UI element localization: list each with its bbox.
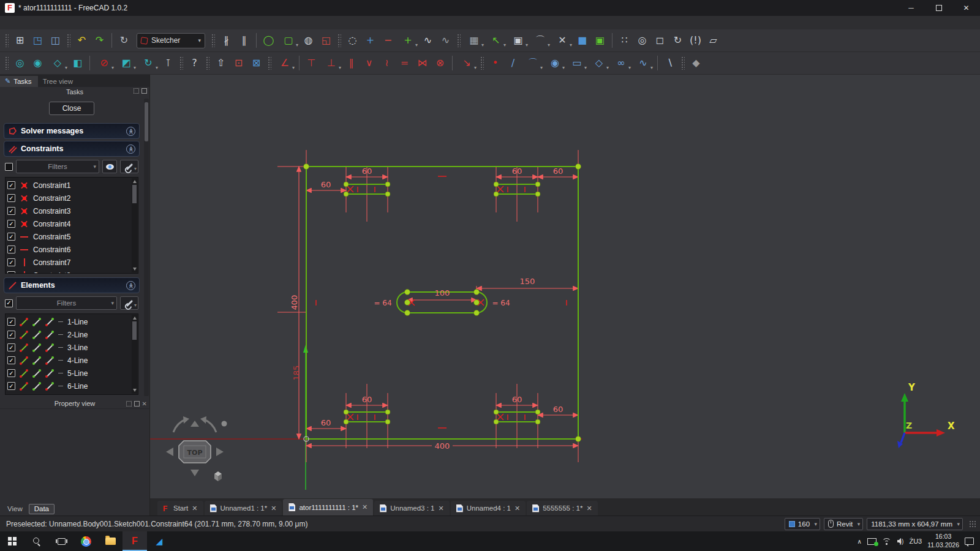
constraint-row[interactable]: ✓ Constraint6 bbox=[7, 243, 132, 256]
bspline-increase-degree-button[interactable]: + bbox=[362, 32, 379, 49]
extrude-button[interactable]: ■ bbox=[574, 32, 590, 49]
menu-macro[interactable] bbox=[48, 21, 59, 24]
tab-unnamed3[interactable]: Unnamed3 : 1 ✕ bbox=[374, 501, 449, 515]
elements-filter-combo[interactable]: Filters bbox=[16, 296, 117, 310]
map-sketch-button[interactable]: ∥ bbox=[236, 32, 252, 49]
menu-tools[interactable] bbox=[37, 21, 48, 24]
element-checkbox[interactable]: ✓ bbox=[7, 343, 15, 351]
trim-edge-button[interactable]: ✕ bbox=[552, 32, 573, 49]
toolbar-grip[interactable] bbox=[457, 34, 461, 47]
constraint-checkbox[interactable]: ✓ bbox=[7, 233, 15, 241]
toolbar-grip[interactable] bbox=[480, 56, 484, 70]
carbon-copy-button[interactable]: ◱ bbox=[318, 32, 334, 49]
dimension-button[interactable]: ↘ bbox=[456, 54, 477, 72]
constraint-checkbox[interactable]: ✓ bbox=[7, 181, 15, 189]
tab-unnamed4[interactable]: Unnamed4 : 1 ✕ bbox=[451, 501, 526, 515]
stop-operation-button[interactable]: ▱ bbox=[705, 32, 722, 49]
elements-filter-checkbox[interactable]: ✓ bbox=[5, 299, 13, 307]
taskbar-freecad-button[interactable]: F bbox=[123, 531, 147, 551]
select-elements-button[interactable]: ◻ bbox=[652, 32, 668, 49]
open-document-button[interactable]: ◳ bbox=[29, 32, 46, 49]
element-checkbox[interactable]: ✓ bbox=[7, 382, 15, 390]
bspline-insert-knot-button[interactable]: + bbox=[398, 32, 418, 49]
constraint-checkbox[interactable]: ✓ bbox=[7, 194, 15, 202]
maximize-button[interactable] bbox=[925, 0, 952, 16]
whats-this-button[interactable]: ? bbox=[186, 54, 203, 72]
redo-button[interactable]: ↷ bbox=[91, 32, 108, 49]
constraint-checkbox[interactable]: ✓ bbox=[7, 220, 15, 228]
taskbar-explorer-button[interactable] bbox=[98, 531, 123, 551]
float-panel-icon[interactable] bbox=[126, 401, 132, 407]
save-button[interactable]: ◫ bbox=[47, 32, 64, 49]
create-circle-geometry-button[interactable]: ◉ bbox=[545, 54, 565, 72]
dimension-lines[interactable] bbox=[299, 167, 578, 439]
start-button[interactable] bbox=[0, 531, 24, 551]
fit-all-button[interactable]: ◎ bbox=[12, 54, 28, 72]
display-status-icon[interactable] bbox=[867, 538, 876, 545]
sketch-drawing[interactable]: 60 60 60 60 60 60 60 60 100 150 = 64 = 6… bbox=[150, 75, 980, 498]
tab-ator[interactable]: ator1111111111 : 1* ✕ bbox=[283, 499, 373, 515]
constraints-scrollbar[interactable] bbox=[132, 178, 137, 272]
create-rectangle-geometry-button[interactable]: ▭ bbox=[567, 54, 587, 72]
measure-button[interactable]: ⊺ bbox=[160, 54, 176, 72]
constraint-checkbox[interactable]: ✓ bbox=[7, 207, 15, 215]
mini-cube-icon[interactable] bbox=[214, 471, 222, 481]
solver-messages-header[interactable]: Solver messages ≪ bbox=[4, 123, 140, 139]
element-checkbox[interactable]: ✓ bbox=[7, 318, 15, 326]
constraint-row[interactable]: ✓ Constraint2 bbox=[7, 192, 132, 204]
merge-sketches-button[interactable]: ▣ bbox=[592, 32, 608, 49]
elements-scrollbar[interactable] bbox=[132, 315, 137, 394]
constraint-coincident-button[interactable]: ∷ bbox=[616, 32, 633, 49]
dimension-display-combo[interactable]: 1181,33 mm x 604,97 mm bbox=[867, 518, 963, 530]
constraint-checkbox[interactable]: ✓ bbox=[7, 271, 15, 274]
bspline-modify-button[interactable]: ∿ bbox=[437, 32, 454, 49]
grid-size-combo[interactable]: 160 bbox=[785, 518, 820, 530]
element-row[interactable]: ✓ 4-Line bbox=[7, 354, 132, 367]
notification-center-icon[interactable] bbox=[965, 538, 974, 545]
element-checkbox[interactable]: ✓ bbox=[7, 356, 15, 364]
fit-selection-button[interactable]: ◉ bbox=[29, 54, 46, 72]
constraints-settings-button[interactable] bbox=[120, 160, 138, 173]
close-tab-icon[interactable]: ✕ bbox=[438, 504, 443, 512]
create-line-button[interactable]: ∕ bbox=[505, 54, 521, 72]
create-ellipse-button[interactable]: ◍ bbox=[300, 32, 317, 49]
create-polygon-button[interactable]: ◇ bbox=[589, 54, 609, 72]
menu-help[interactable] bbox=[81, 21, 92, 24]
element-checkbox[interactable]: ✓ bbox=[7, 331, 15, 339]
taskbar-search-button[interactable] bbox=[24, 531, 49, 551]
sync-view-button[interactable]: ↻ bbox=[138, 54, 159, 72]
navigation-style-combo[interactable]: Revit bbox=[824, 518, 863, 530]
elements-settings-button[interactable] bbox=[120, 296, 138, 310]
collapse-section-icon[interactable]: ≪ bbox=[126, 127, 135, 136]
minimize-button[interactable]: ─ bbox=[897, 0, 925, 16]
element-row[interactable]: ✓ 7-Line bbox=[7, 392, 132, 395]
constraint-row[interactable]: ✓ Constraint7 bbox=[7, 256, 132, 269]
tab-view[interactable]: View bbox=[2, 504, 28, 514]
element-row[interactable]: ✓ 6-Line bbox=[7, 380, 132, 392]
validate-sketch-button[interactable]: ◎ bbox=[634, 32, 650, 49]
constraint-tangent-button[interactable]: ≀ bbox=[379, 54, 395, 72]
taskbar-vscode-button[interactable]: ◢ bbox=[147, 531, 172, 551]
create-bspline-geometry-button[interactable]: ∿ bbox=[633, 54, 654, 72]
keyboard-language-indicator[interactable]: ŻU3 bbox=[909, 538, 922, 545]
refresh-button[interactable]: ↻ bbox=[116, 32, 132, 49]
tasks-panel-scrollbar[interactable] bbox=[144, 99, 149, 396]
edit-sketch-button[interactable]: ∦ bbox=[218, 32, 235, 49]
nav-left-arrow[interactable] bbox=[166, 448, 173, 456]
tab-start[interactable]: Start ✕ bbox=[157, 501, 203, 515]
wifi-icon[interactable] bbox=[882, 538, 892, 545]
constraint-parallel-button[interactable]: ∥ bbox=[343, 54, 360, 72]
constraint-distance-y-button[interactable]: ⊤ bbox=[303, 54, 320, 72]
tab-tree-view[interactable]: Tree view bbox=[38, 77, 79, 87]
create-slot-button[interactable]: ∞ bbox=[611, 54, 631, 72]
toggle-snap-button[interactable]: ↖ bbox=[486, 32, 507, 49]
navigation-cube[interactable]: TOP bbox=[156, 405, 242, 498]
toolbar-grip[interactable] bbox=[5, 34, 9, 47]
close-tab-icon[interactable]: ✕ bbox=[192, 504, 197, 512]
fillet-button[interactable]: ⌒ bbox=[530, 32, 551, 49]
constraint-horizontal-vertical-button[interactable]: ⊥ bbox=[321, 54, 342, 72]
new-document-button[interactable]: ⊞ bbox=[12, 32, 28, 49]
constraint-row[interactable]: ✓ Constraint8 bbox=[7, 269, 132, 274]
toolbar-grip[interactable] bbox=[268, 56, 271, 70]
clock[interactable]: 16:03 11.03.2026 bbox=[927, 533, 959, 549]
